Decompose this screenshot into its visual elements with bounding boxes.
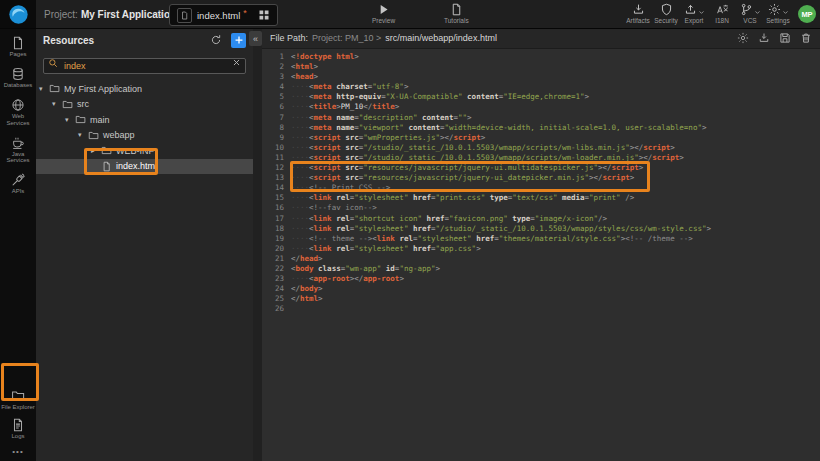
- code-line[interactable]: 6····<title>PM_10</title>: [262, 102, 820, 112]
- add-resource-button[interactable]: [231, 33, 246, 48]
- tree-item-src[interactable]: ▾src: [36, 97, 253, 113]
- code-text: ····<app-root></app-root>: [291, 274, 404, 284]
- code-line[interactable]: 14····<!-- Print CSS -->: [262, 183, 820, 193]
- line-number: 4: [262, 82, 291, 92]
- resources-title: Resources: [43, 35, 210, 46]
- sidebar-item-label: Logs: [1, 433, 35, 440]
- code-line[interactable]: 12····<script src="resources/javascript/…: [262, 163, 820, 173]
- chevron-down-icon: [754, 9, 761, 16]
- code-line[interactable]: 8····<meta name="viewport" content="widt…: [262, 123, 820, 133]
- code-line[interactable]: 10····<script src="/studio/_static_/10.0…: [262, 143, 820, 153]
- sidebar-item-java-services[interactable]: Java Services: [0, 136, 36, 165]
- tree-item-web-inf[interactable]: ▸WEB-INF: [36, 143, 253, 159]
- code-line[interactable]: 9····<script src="wmProperties.js"></scr…: [262, 133, 820, 143]
- code-line[interactable]: 23····<app-root></app-root>: [262, 274, 820, 284]
- caret-down-icon[interactable]: ▾: [52, 100, 62, 108]
- refresh-icon[interactable]: [210, 34, 222, 46]
- code-line[interactable]: 17····<link rel="shortcut icon" href="fa…: [262, 214, 820, 224]
- code-text: ····<script src="resources/javascript/jq…: [291, 163, 643, 173]
- line-number: 3: [262, 72, 291, 82]
- pages-icon: [11, 36, 25, 50]
- sidebar-item-apis[interactable]: APIs: [0, 173, 36, 195]
- sidebar-item-pages[interactable]: Pages: [0, 36, 36, 58]
- code-line[interactable]: 7····<meta name="description" content=""…: [262, 113, 820, 123]
- tree-item-index-html[interactable]: index.html: [36, 159, 253, 175]
- line-number: 13: [262, 173, 291, 183]
- collapse-panel-button[interactable]: «: [249, 31, 262, 46]
- code-line[interactable]: 2<html>: [262, 62, 820, 72]
- code-text: </body>: [291, 284, 323, 294]
- wavemaker-logo-icon[interactable]: [0, 0, 36, 28]
- grid-icon[interactable]: [258, 9, 270, 21]
- code-line[interactable]: 25</html>: [262, 294, 820, 304]
- topbar-settings-button[interactable]: Settings: [764, 3, 792, 24]
- code-line[interactable]: 1<!doctype html>: [262, 52, 820, 62]
- project-label: Project:: [44, 9, 78, 20]
- toolbar-button-label: Security: [654, 17, 677, 24]
- sidebar-item-web-services[interactable]: Web Services: [0, 98, 36, 127]
- logs-icon: [11, 418, 25, 432]
- language-icon: [716, 3, 729, 16]
- code-line[interactable]: 13····<script src="resources/javascript/…: [262, 173, 820, 183]
- tab-index-html[interactable]: index.html *: [169, 4, 278, 26]
- code-line[interactable]: 4····<meta charset="utf-8">: [262, 82, 820, 92]
- code-line[interactable]: 26: [262, 304, 820, 314]
- code-text: ····<link rel="stylesheet" href="/studio…: [291, 224, 711, 234]
- code-editor[interactable]: 1<!doctype html>2<html>3<head>4····<meta…: [262, 49, 820, 314]
- topbar-artifacts-button[interactable]: Artifacts: [624, 3, 652, 24]
- export-icon: [684, 3, 697, 16]
- code-line[interactable]: 22<body class="wm-app" id="ng-app">: [262, 264, 820, 274]
- code-line[interactable]: 15····<link rel="stylesheet" href="print…: [262, 193, 820, 203]
- preview-button[interactable]: Preview: [372, 3, 395, 24]
- delete-trash-icon[interactable]: [800, 32, 812, 44]
- code-line[interactable]: 18····<link rel="stylesheet" href="/stud…: [262, 224, 820, 234]
- tree-item-webapp[interactable]: ▾webapp: [36, 128, 253, 144]
- code-line[interactable]: 20····<link rel="stylesheet" href="app.c…: [262, 244, 820, 254]
- line-number: 11: [262, 153, 291, 163]
- line-number: 8: [262, 123, 291, 133]
- sidebar-item-databases[interactable]: Databases: [0, 67, 36, 89]
- code-line[interactable]: 16····<!--fav icon-->: [262, 203, 820, 213]
- code-text: ····<script src="/studio/_static_/10.0.1…: [291, 143, 675, 153]
- code-line[interactable]: 21</head>: [262, 254, 820, 264]
- editor-settings-gear-icon[interactable]: [737, 32, 749, 44]
- line-number: 20: [262, 244, 291, 254]
- caret-down-icon[interactable]: ▾: [39, 85, 49, 93]
- preview-label: Preview: [372, 17, 395, 24]
- line-number: 9: [262, 133, 291, 143]
- code-line[interactable]: 5····<meta http-equiv="X-UA-Compatible" …: [262, 92, 820, 102]
- tutorials-button[interactable]: Tutorials: [444, 3, 469, 24]
- line-number: 1: [262, 52, 291, 62]
- tree-item-main[interactable]: ▾main: [36, 112, 253, 128]
- code-text: <html>: [291, 62, 318, 72]
- sidebar-item-logs[interactable]: Logs: [0, 418, 36, 440]
- modified-indicator: *: [243, 8, 247, 18]
- topbar-i18n-button[interactable]: I18N: [708, 3, 736, 24]
- code-line[interactable]: 19····<!-- theme --><link rel="styleshee…: [262, 234, 820, 244]
- toolbar-button-label: I18N: [715, 17, 729, 24]
- folder-icon: [49, 83, 60, 94]
- chevron-down-icon: [698, 9, 705, 16]
- avatar[interactable]: MP: [798, 5, 816, 23]
- topbar-security-button[interactable]: Security: [652, 3, 680, 24]
- line-number: 14: [262, 183, 291, 193]
- tutorials-label: Tutorials: [444, 17, 469, 24]
- code-line[interactable]: 24</body>: [262, 284, 820, 294]
- sidebar-item-file-explorer[interactable]: File Explorer: [0, 389, 36, 411]
- code-line[interactable]: 11····<script src="/studio/_static_/10.0…: [262, 153, 820, 163]
- code-line[interactable]: 3<head>: [262, 72, 820, 82]
- file-path-value: src/main/webapp/index.html: [385, 33, 497, 43]
- clear-search-icon[interactable]: [232, 58, 241, 67]
- save-icon[interactable]: [779, 32, 791, 44]
- topbar-export-button[interactable]: Export: [680, 3, 708, 24]
- caret-down-icon[interactable]: ▾: [78, 131, 88, 139]
- download-file-icon[interactable]: [758, 32, 770, 44]
- caret-down-icon[interactable]: ▾: [65, 116, 75, 124]
- topbar-vcs-button[interactable]: VCS: [736, 3, 764, 24]
- line-number: 10: [262, 143, 291, 153]
- search-input[interactable]: [43, 58, 246, 74]
- line-number: 22: [262, 264, 291, 274]
- more-options-button[interactable]: •••: [12, 447, 23, 456]
- tree-item-my-first-application[interactable]: ▾My First Application: [36, 81, 253, 97]
- caret-right-icon[interactable]: ▸: [91, 147, 101, 155]
